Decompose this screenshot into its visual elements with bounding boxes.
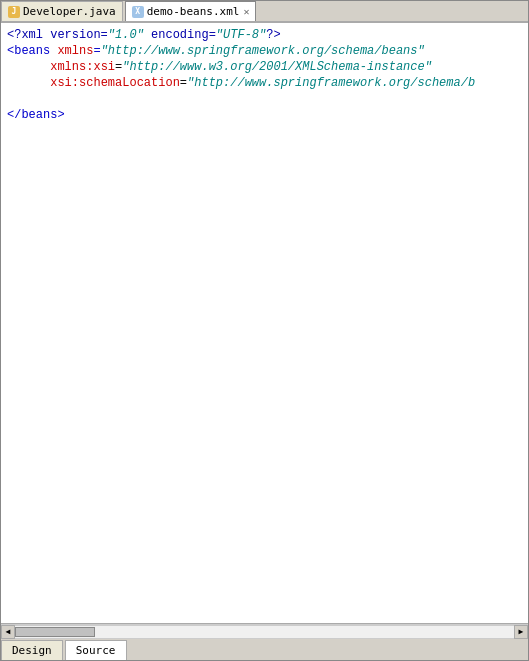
scrollbar-track[interactable] xyxy=(15,625,514,639)
code-content[interactable]: <?xml version="1.0" encoding="UTF-8"?> <… xyxy=(1,23,528,623)
tab-demo-beans-xml-label: demo-beans.xml xyxy=(147,5,240,18)
xmlns-xsi-attr: xmlns:xsi="http://www.w3.org/2001/XMLSch… xyxy=(7,60,432,74)
tab-developer-java[interactable]: J Developer.java xyxy=(1,1,123,21)
tab-design[interactable]: Design xyxy=(1,640,63,660)
xml-prolog-line: <?xml version="1.0" encoding="UTF-8"?> xyxy=(7,28,281,42)
tab-demo-beans-xml[interactable]: X demo-beans.xml ✕ xyxy=(125,1,257,21)
tab-design-label: Design xyxy=(12,644,52,657)
horizontal-scrollbar[interactable]: ◀ ▶ xyxy=(1,624,528,638)
xsi-schema-attr: xsi:schemaLocation="http://www.springfra… xyxy=(7,76,475,90)
scrollbar-left-arrow[interactable]: ◀ xyxy=(1,625,15,639)
editor-container: J Developer.java X demo-beans.xml ✕ <?xm… xyxy=(0,0,529,661)
code-area[interactable]: <?xml version="1.0" encoding="UTF-8"?> <… xyxy=(1,23,528,624)
beans-open-tag: <beans xmlns="http://www.springframework… xyxy=(7,44,425,58)
bottom-tab-bar: Design Source xyxy=(1,638,528,660)
tab-source[interactable]: Source xyxy=(65,640,127,660)
tab-source-label: Source xyxy=(76,644,116,657)
beans-close-tag: </beans> xyxy=(7,108,65,122)
xml-icon: X xyxy=(132,6,144,18)
tab-bar: J Developer.java X demo-beans.xml ✕ xyxy=(1,1,528,23)
scrollbar-thumb[interactable] xyxy=(15,627,95,637)
tab-developer-java-label: Developer.java xyxy=(23,5,116,18)
java-icon: J xyxy=(8,6,20,18)
scrollbar-right-arrow[interactable]: ▶ xyxy=(514,625,528,639)
tab-close-icon[interactable]: ✕ xyxy=(243,7,249,17)
